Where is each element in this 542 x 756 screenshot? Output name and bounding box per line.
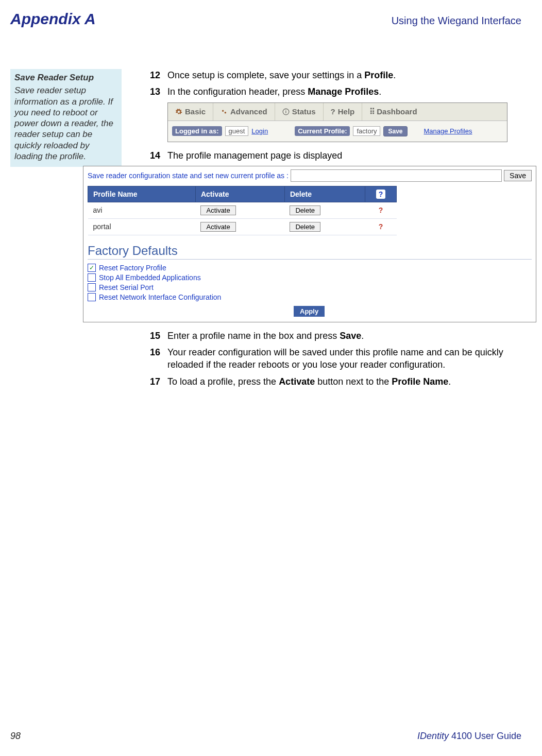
- tab-dashboard[interactable]: ⠿ Dashboard: [362, 103, 424, 121]
- gears-icon: [221, 108, 228, 115]
- sidebar-note-title: Save Reader Setup: [14, 72, 117, 83]
- appendix-title: Appendix A: [10, 10, 96, 28]
- login-link[interactable]: Login: [251, 127, 268, 135]
- gear-icon: [175, 108, 182, 115]
- delete-button[interactable]: Delete: [290, 205, 320, 215]
- tab-status[interactable]: i Status: [275, 103, 324, 121]
- save-config-label: Save reader configuration state and set …: [88, 171, 289, 180]
- col-profile-name: Profile Name: [88, 186, 196, 202]
- step-number: 16: [150, 346, 167, 371]
- row-help-icon[interactable]: ?: [365, 202, 397, 218]
- step-number: 12: [150, 69, 167, 81]
- step-16: 16 Your reader configuration will be sav…: [150, 346, 536, 371]
- delete-button[interactable]: Delete: [290, 222, 320, 232]
- tab-help[interactable]: ? Help: [324, 103, 363, 121]
- table-row: portal Activate Delete ?: [88, 218, 397, 235]
- current-profile-label: Current Profile:: [295, 126, 350, 136]
- col-help: ?: [365, 186, 397, 202]
- apply-button[interactable]: Apply: [294, 306, 325, 317]
- question-icon: ?: [376, 190, 385, 199]
- checkbox-icon: [88, 273, 96, 282]
- checkbox-icon: [88, 293, 96, 301]
- step-text: To load a profile, press the Activate bu…: [167, 375, 536, 388]
- step-text: Your reader configuration will be saved …: [167, 346, 536, 371]
- sidebar-note-body: Save reader setup information as a profi…: [14, 85, 117, 162]
- factory-defaults-title: Factory Defaults: [88, 244, 532, 260]
- profile-name-input[interactable]: [291, 169, 502, 182]
- config-header-screenshot: Basic Advanced i Status ? Help: [167, 102, 507, 142]
- profile-display: factory: [353, 126, 380, 136]
- step-15: 15 Enter a profile name in the box and p…: [150, 330, 536, 342]
- section-title: Using the Wiegand Interface: [392, 15, 521, 27]
- step-text: Enter a profile name in the box and pres…: [167, 330, 536, 342]
- user-display: guest: [225, 126, 249, 136]
- col-delete: Delete: [284, 186, 365, 202]
- profile-name-cell: avi: [88, 202, 196, 218]
- step-14: 14 The profile management page is displa…: [150, 149, 536, 162]
- checkbox-reset-serial[interactable]: Reset Serial Port: [88, 283, 532, 291]
- grid-icon: ⠿: [369, 107, 374, 116]
- step-17: 17 To load a profile, press the Activate…: [150, 375, 536, 388]
- checkbox-icon: [88, 283, 96, 291]
- profile-management-screenshot: Save reader configuration state and set …: [83, 166, 536, 322]
- svg-text:i: i: [285, 110, 286, 114]
- step-number: 13: [150, 85, 167, 98]
- step-number: 14: [150, 149, 167, 162]
- save-button[interactable]: Save: [383, 126, 407, 136]
- info-icon: i: [282, 108, 290, 115]
- checkbox-icon: ✓: [88, 264, 96, 272]
- activate-button[interactable]: Activate: [200, 205, 235, 215]
- step-text: In the configuration header, press Manag…: [167, 85, 536, 98]
- manage-profiles-link[interactable]: Manage Profiles: [424, 127, 472, 135]
- page-number: 98: [10, 731, 21, 742]
- checkbox-stop-apps[interactable]: Stop All Embedded Applications: [88, 273, 532, 282]
- question-icon: ?: [331, 107, 335, 116]
- logged-in-label: Logged in as:: [172, 126, 222, 136]
- sidebar-note: Save Reader Setup Save reader setup info…: [10, 69, 122, 167]
- checkbox-reset-network[interactable]: Reset Network Interface Configuration: [88, 293, 532, 301]
- activate-button[interactable]: Activate: [200, 222, 235, 232]
- guide-title: IDentity 4100 User Guide: [417, 731, 521, 742]
- step-12: 12 Once setup is complete, save your set…: [150, 69, 536, 81]
- step-text: Once setup is complete, save your settin…: [167, 69, 536, 81]
- step-number: 17: [150, 375, 167, 388]
- table-row: avi Activate Delete ?: [88, 202, 397, 218]
- step-13: 13 In the configuration header, press Ma…: [150, 85, 536, 98]
- row-help-icon[interactable]: ?: [365, 218, 397, 235]
- step-text: The profile management page is displayed: [167, 149, 536, 162]
- tab-basic[interactable]: Basic: [168, 103, 213, 121]
- step-number: 15: [150, 330, 167, 342]
- profiles-table: Profile Name Activate Delete ? avi Activ…: [88, 186, 397, 235]
- tab-advanced[interactable]: Advanced: [213, 103, 275, 121]
- col-activate: Activate: [195, 186, 284, 202]
- save-profile-button[interactable]: Save: [504, 170, 532, 181]
- profile-name-cell: portal: [88, 218, 196, 235]
- checkbox-reset-profile[interactable]: ✓ Reset Factory Profile: [88, 264, 532, 272]
